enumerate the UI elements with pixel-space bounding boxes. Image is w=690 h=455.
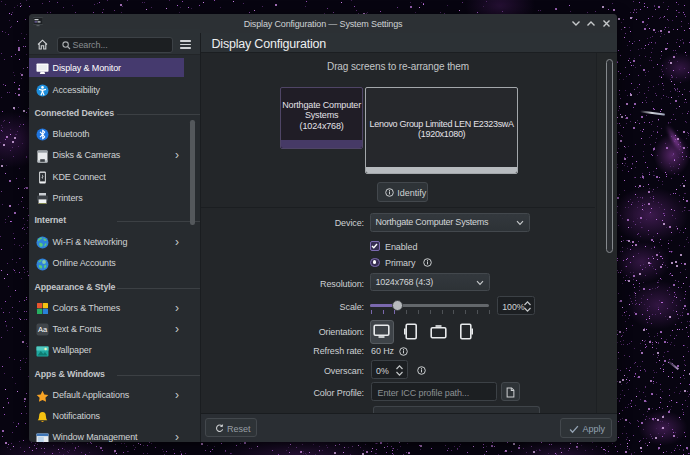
svg-text:Aa: Aa <box>37 326 47 335</box>
